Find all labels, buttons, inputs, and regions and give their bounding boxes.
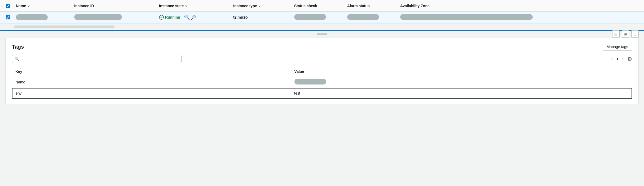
instance-id-placeholder bbox=[74, 14, 122, 20]
panel-header: Tags Manage tags bbox=[12, 43, 632, 51]
zoom-icons: 🔍 🔎 bbox=[184, 14, 196, 20]
status-check-placeholder bbox=[294, 14, 326, 20]
instance-id-header-label: Instance ID bbox=[74, 4, 94, 8]
running-circle-icon: ✓ bbox=[159, 15, 164, 20]
running-badge: ✓ Running bbox=[159, 15, 180, 20]
settings-gear-button[interactable]: ⚙ bbox=[627, 56, 632, 62]
value-column-header: Value bbox=[291, 67, 632, 76]
search-row: 🔍 ‹ 1 › ⚙ bbox=[12, 55, 632, 63]
tags-table-header: Key Value bbox=[12, 67, 632, 76]
tag-value-env: test bbox=[291, 88, 632, 98]
tags-table: Key Value Name env test bbox=[12, 67, 632, 99]
row-instance-state-cell: ✓ Running 🔍 🔎 bbox=[157, 14, 231, 20]
status-check-header-label: Status check bbox=[294, 4, 317, 8]
search-icon: 🔍 bbox=[15, 57, 19, 61]
table-row[interactable]: Name bbox=[12, 76, 632, 88]
tag-key-name: Name bbox=[12, 76, 291, 88]
col-header-instance-state: Instance state ▽ bbox=[157, 4, 231, 8]
search-box[interactable]: 🔍 bbox=[12, 55, 182, 63]
name-sort-icon[interactable]: ▽ bbox=[28, 4, 30, 7]
tag-value-name bbox=[291, 76, 632, 88]
resize-handle[interactable] bbox=[317, 33, 327, 35]
zoom-out-icon[interactable]: 🔎 bbox=[191, 15, 196, 20]
instance-type-header-label: Instance type bbox=[233, 4, 257, 8]
prev-page-button[interactable]: ‹ bbox=[610, 56, 614, 62]
search-input[interactable] bbox=[21, 57, 179, 61]
col-header-alarm-status: Alarm status bbox=[345, 4, 398, 8]
table-row[interactable]: env test bbox=[12, 88, 632, 98]
alarm-status-header-label: Alarm status bbox=[347, 4, 370, 8]
name-header-label: Name bbox=[16, 4, 26, 8]
name-value-placeholder bbox=[294, 79, 326, 84]
row-instance-type-cell: t2.micro bbox=[231, 15, 292, 19]
row-alarm-status-cell bbox=[345, 14, 398, 21]
manage-tags-button[interactable]: Manage tags bbox=[603, 43, 632, 51]
row-name-cell bbox=[14, 14, 72, 20]
view-icon-2-button[interactable]: ⊞ bbox=[622, 30, 629, 38]
type-sort-icon[interactable]: ▽ bbox=[258, 4, 261, 7]
view-icon-1-button[interactable]: ⊟ bbox=[612, 30, 620, 38]
col-header-instance-type: Instance type ▽ bbox=[231, 4, 292, 8]
key-column-header: Key bbox=[12, 67, 291, 76]
tag-key-env: env bbox=[12, 88, 291, 98]
zoom-in-icon[interactable]: 🔍 bbox=[184, 14, 190, 20]
row-availability-zone-cell bbox=[398, 14, 642, 21]
state-sort-icon[interactable]: ▽ bbox=[185, 4, 187, 7]
panel-divider: ⊟ ⊞ ⊡ bbox=[0, 31, 644, 37]
col-header-status-check: Status check bbox=[292, 4, 345, 8]
panel-title: Tags bbox=[12, 44, 24, 50]
col-header-instance-id: Instance ID bbox=[72, 4, 157, 8]
instance-type-value: t2.micro bbox=[233, 15, 248, 19]
next-page-button[interactable]: › bbox=[621, 56, 625, 62]
table-row[interactable]: ✓ Running 🔍 🔎 t2.micro bbox=[0, 12, 644, 23]
select-all-checkbox[interactable] bbox=[6, 4, 10, 8]
view-icon-3-button[interactable]: ⊡ bbox=[631, 30, 639, 38]
horizontal-scrollbar[interactable] bbox=[14, 26, 114, 28]
table-header-row: Name ▽ Instance ID Instance state ▽ Inst… bbox=[0, 0, 644, 12]
col-header-availability-zone: Availability Zone bbox=[398, 4, 642, 8]
page-number: 1 bbox=[616, 57, 619, 61]
tags-panel: Tags Manage tags 🔍 ‹ 1 › ⚙ Key Value Nam… bbox=[5, 37, 639, 104]
row-checkbox[interactable] bbox=[6, 15, 10, 19]
select-all-checkbox-col[interactable] bbox=[2, 4, 14, 8]
row-checkbox-col[interactable] bbox=[2, 15, 14, 19]
row-status-check-cell bbox=[292, 14, 345, 21]
availability-zone-header-label: Availability Zone bbox=[400, 4, 430, 8]
col-header-name: Name ▽ bbox=[14, 4, 72, 8]
instances-table: Name ▽ Instance ID Instance state ▽ Inst… bbox=[0, 0, 644, 31]
row-instance-id-cell bbox=[72, 14, 157, 21]
view-icons-group: ⊟ ⊞ ⊡ bbox=[612, 30, 639, 38]
instance-state-header-label: Instance state bbox=[159, 4, 184, 8]
alarm-status-placeholder bbox=[347, 14, 379, 20]
availability-zone-placeholder bbox=[400, 14, 533, 20]
name-placeholder bbox=[16, 14, 48, 20]
pagination-area: ‹ 1 › ⚙ bbox=[610, 56, 632, 62]
running-label: Running bbox=[165, 15, 180, 19]
